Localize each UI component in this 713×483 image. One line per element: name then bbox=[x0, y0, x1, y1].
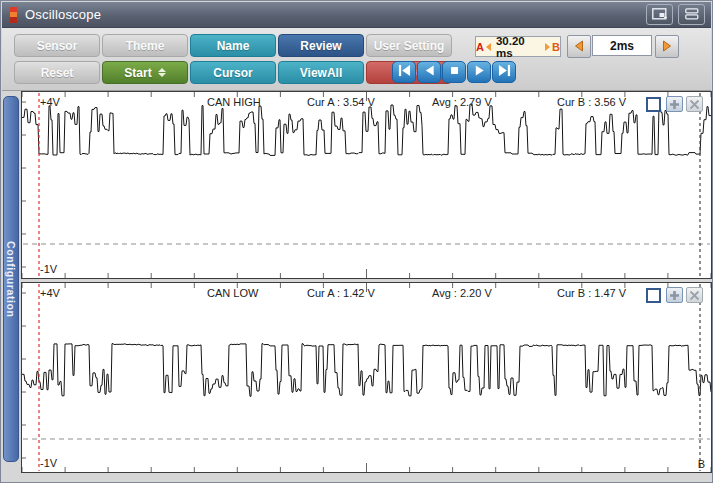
sensor-button[interactable]: Sensor bbox=[14, 34, 100, 57]
configuration-tab-label: Configuration bbox=[5, 241, 17, 318]
restore-window-button[interactable] bbox=[646, 4, 673, 25]
close-icon bbox=[689, 290, 700, 301]
toolbar: Sensor Theme Name Review User Setting A … bbox=[2, 28, 711, 91]
oscilloscope-window: { "window": { "title": "Oscilloscope" },… bbox=[0, 0, 713, 483]
stop-icon bbox=[448, 63, 461, 81]
channel-name: CAN HIGH bbox=[207, 96, 261, 108]
theme-button[interactable]: Theme bbox=[102, 34, 188, 57]
plus-icon bbox=[669, 99, 680, 110]
reset-button[interactable]: Reset bbox=[14, 61, 100, 84]
stop-button[interactable] bbox=[442, 61, 466, 83]
play-icon bbox=[473, 63, 486, 81]
top-scale-label: +4V bbox=[40, 96, 60, 108]
zoom-in-button[interactable] bbox=[666, 96, 683, 112]
menu-button[interactable] bbox=[678, 4, 705, 25]
timebase-increase-button[interactable] bbox=[655, 35, 679, 58]
cursor-b-reading: Cur B : 3.56 V bbox=[557, 96, 626, 108]
cursor-button[interactable]: Cursor bbox=[190, 61, 276, 84]
skip-to-start-icon bbox=[398, 63, 411, 81]
start-button[interactable]: Start bbox=[102, 61, 188, 84]
cursor-a-reading: Cur A : 3.54 V bbox=[307, 96, 375, 108]
step-back-icon bbox=[423, 63, 436, 81]
viewall-button[interactable]: ViewAll bbox=[278, 61, 364, 84]
scope-channel-can-low: +4V CAN LOW Cur A : 1.42 V Avg : 2.20 V … bbox=[21, 282, 712, 473]
top-scale-label: +4V bbox=[40, 287, 60, 299]
updown-arrows-icon bbox=[158, 68, 166, 77]
scope-channel-can-high: +4V CAN HIGH Cur A : 3.54 V Avg : 2.79 V… bbox=[21, 91, 712, 279]
channel-name: CAN LOW bbox=[207, 287, 258, 299]
window-title: Oscilloscope bbox=[25, 7, 101, 22]
cursor-a-label: A bbox=[476, 41, 484, 53]
plus-icon bbox=[669, 290, 680, 301]
close-channel-button[interactable] bbox=[686, 287, 703, 303]
channel-checkbox[interactable] bbox=[646, 288, 661, 303]
cursor-b-arrow-icon bbox=[545, 43, 550, 51]
skip-to-end-button[interactable] bbox=[492, 61, 516, 83]
can-high-waveform bbox=[22, 92, 711, 278]
title-bar: Oscilloscope bbox=[2, 2, 711, 28]
skip-to-end-icon bbox=[498, 63, 511, 81]
timebase-decrease-button[interactable] bbox=[567, 35, 591, 58]
cursor-b-reading: Cur B : 1.47 V bbox=[557, 287, 626, 299]
bottom-scale-label: -1V bbox=[40, 263, 57, 275]
average-reading: Avg : 2.20 V bbox=[432, 287, 492, 299]
cursor-a-arrow-icon bbox=[486, 43, 491, 51]
ab-delta-time: 30.20 ms bbox=[496, 35, 540, 59]
cursor-a-reading: Cur A : 1.42 V bbox=[307, 287, 375, 299]
zoom-in-button[interactable] bbox=[666, 287, 683, 303]
left-arrow-icon bbox=[574, 38, 584, 56]
skip-to-start-button[interactable] bbox=[392, 61, 416, 83]
can-low-waveform bbox=[22, 283, 711, 472]
configuration-tab[interactable]: Configuration bbox=[3, 96, 19, 462]
start-button-label: Start bbox=[124, 66, 151, 80]
user-setting-button[interactable]: User Setting bbox=[366, 34, 452, 57]
ab-cursor-range[interactable]: A 30.20 ms B bbox=[475, 36, 561, 57]
close-channel-button[interactable] bbox=[686, 96, 703, 112]
menu-icon bbox=[685, 6, 699, 24]
play-button[interactable] bbox=[467, 61, 491, 83]
average-reading: Avg : 2.79 V bbox=[432, 96, 492, 108]
timebase-value[interactable]: 2ms bbox=[592, 35, 652, 56]
right-arrow-icon bbox=[662, 38, 672, 56]
name-button[interactable]: Name bbox=[190, 34, 276, 57]
review-button[interactable]: Review bbox=[278, 34, 364, 57]
cursor-b-label: B bbox=[552, 41, 560, 53]
app-icon bbox=[10, 7, 17, 23]
close-icon bbox=[689, 99, 700, 110]
channel-checkbox[interactable] bbox=[646, 97, 661, 112]
restore-window-icon bbox=[652, 6, 667, 24]
cursor-b-marker: B bbox=[698, 458, 705, 470]
step-back-button[interactable] bbox=[417, 61, 441, 83]
bottom-scale-label: -1V bbox=[40, 457, 57, 469]
